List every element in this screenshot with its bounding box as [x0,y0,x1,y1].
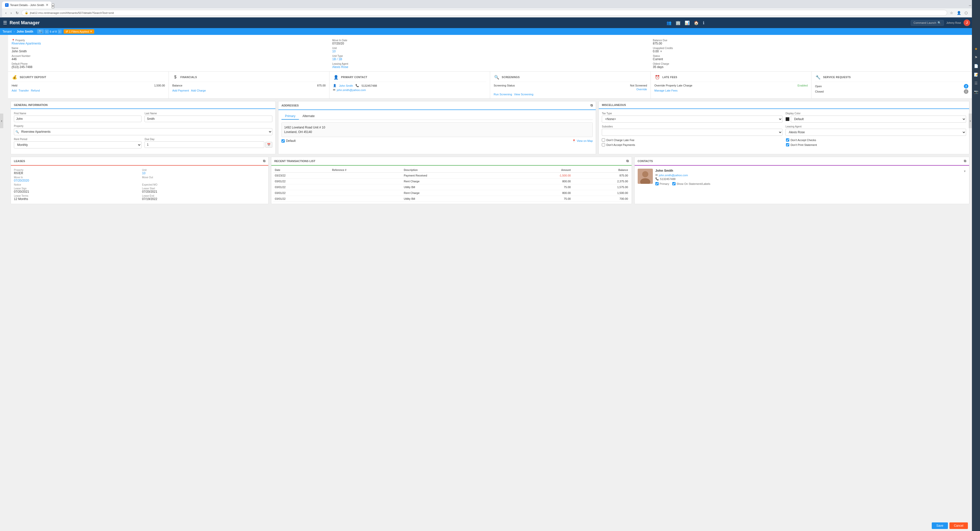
contact-full-name: John Smith [655,169,673,172]
add-payment-link[interactable]: Add Payment [172,89,189,92]
manage-late-fees-link[interactable]: Manage Late Fees [654,89,678,92]
user-profile-icon[interactable]: 👤 [956,10,963,16]
unit-value[interactable]: 10 [332,49,648,53]
first-name-input[interactable] [14,116,142,122]
leases-copy-icon[interactable]: ⧉ [263,159,265,163]
flag-panel-button[interactable]: ⚑ [973,54,979,61]
screening-status-label: Screening Status [494,84,515,87]
dont-accept-payments-checkbox[interactable] [602,143,605,147]
property-value[interactable]: Riverview Apartments [12,42,327,45]
property-select[interactable]: Riverview Apartments [14,128,272,135]
command-launch[interactable]: Command Launch 🔍 [911,20,944,26]
refund-link[interactable]: Refund [31,89,40,92]
dont-charge-late-fee-label[interactable]: Don't Charge Late Fee [602,138,782,142]
dont-charge-late-fee-checkbox[interactable] [602,138,605,142]
due-day-input[interactable] [145,141,264,148]
browser-tab[interactable]: R Tenant Details - John Smith ✕ [2,2,51,8]
view-map-label: View on Map [577,139,593,142]
trans-ref [331,196,402,202]
minimize-button[interactable]: ─ [969,3,971,7]
tab-close-button[interactable]: ✕ [46,3,49,7]
dont-print-statement-checkbox[interactable] [786,143,789,147]
tax-type-select[interactable]: <None> [602,116,783,123]
primary-label: Primary [660,182,669,185]
show-statement-tag[interactable]: Show On Statement/Labels [672,182,710,185]
breadcrumb-current-name: John Smith [17,30,33,33]
nav-prev-button[interactable]: ‹ [45,30,49,33]
trans-date: 03/23/22 [274,173,331,179]
back-button[interactable]: ‹ [4,10,8,16]
default-checkbox-label[interactable]: Default [282,139,296,143]
scroll-right-button[interactable]: › [969,113,972,128]
scroll-left-button[interactable]: ‹ [0,113,3,128]
user-avatar[interactable]: J [964,19,970,26]
trans-amount: 800.00 [511,179,572,184]
contact-email-value[interactable]: john.smith@yahoo.com [659,174,688,177]
alternate-address-tab[interactable]: Alternate [299,113,318,120]
nav-next-button[interactable]: › [58,30,62,33]
dont-print-statement-label[interactable]: Don't Print Statement [786,143,966,147]
forward-button[interactable]: › [10,10,13,16]
run-screening-link[interactable]: Run Screening [494,93,512,96]
general-info-body: First Name Last Name Property [11,109,275,154]
note-panel-button[interactable]: 📝 [973,71,980,78]
unit-type-value[interactable]: 1B / 1B [332,57,648,61]
primary-address-tab[interactable]: Primary [282,113,299,120]
people-icon[interactable]: 👥 [667,21,671,25]
new-tab-button[interactable]: + [51,3,54,8]
rent-period-select[interactable]: Monthly Weekly Bi-Weekly [14,141,142,148]
balance-due-value: 875.00 [653,42,968,45]
subsidies-select[interactable] [602,129,783,136]
transactions-copy-icon[interactable]: ⧉ [626,159,628,163]
dont-accept-checks-label[interactable]: Don't Accept Checks [786,138,966,142]
chart-icon[interactable]: 📊 [685,21,690,25]
filter-close-icon[interactable]: ✕ [90,30,92,33]
star-panel-button[interactable]: ★ [973,46,979,52]
bookmark-icon[interactable]: ☆ [949,10,955,16]
default-checkbox[interactable] [282,139,285,143]
content-area: GENERAL INFORMATION First Name Last Name [8,99,972,207]
refresh-button[interactable]: ↻ [14,10,20,16]
override-link[interactable]: Override [636,88,647,91]
extensions-icon[interactable]: ⬡ [963,10,969,16]
addresses-copy-icon[interactable]: ⧉ [590,104,593,107]
contact-name[interactable]: John Smith [339,84,353,87]
view-map-button[interactable]: 📍 View on Map [572,139,593,143]
due-day-calendar-button[interactable]: 📅 [265,142,272,148]
dont-accept-checks-text: Don't Accept Checks [791,139,816,142]
list-panel-button[interactable]: ☰ [973,80,979,86]
address-bar[interactable]: 🔒 jhat12.rmx.rentmanager.com/#/tenants/5… [21,10,947,16]
trans-ref [331,179,402,184]
filter-badge[interactable]: ⇄ 1 Filters Applied ✕ [64,29,94,33]
building-icon[interactable]: 🏢 [676,21,681,25]
show-statement-checkbox[interactable] [672,182,676,185]
leasing-agent-value[interactable]: Alexis Rose [332,65,648,69]
contact-email[interactable]: john.smith@yahoo.com [337,88,366,91]
transfer-link[interactable]: Transfer [19,89,29,92]
trans-ref [331,190,402,196]
primary-tag[interactable]: Primary [655,182,669,185]
unapplied-credits-expand[interactable]: ▼ [660,50,662,53]
doc-panel-button[interactable]: 📄 [973,63,980,69]
misc-leasing-agent-select[interactable]: Alexis Rose [786,129,966,136]
dont-accept-checks-checkbox[interactable] [786,138,789,142]
add-deposit-link[interactable]: Add [12,89,17,92]
dont-accept-payments-label[interactable]: Don't Accept Payments [602,143,782,147]
breadcrumb-tenant[interactable]: Tenant [3,30,12,33]
contact-phone-value: 5132457488 [660,177,676,180]
contact-expand-button[interactable]: ▼ [963,170,966,173]
display-color-select[interactable]: Default [791,116,966,123]
contacts-copy-icon[interactable]: ⧉ [964,159,966,163]
camera-panel-button[interactable]: 📷 [973,88,980,95]
info-icon[interactable]: ℹ [703,21,704,25]
nav-search-button[interactable]: 🔍 [37,29,44,33]
view-screening-link[interactable]: View Screening [514,93,533,96]
leases-grid: Property RIVER Unit 10 Move In 07/20/202… [14,169,265,201]
hamburger-menu[interactable]: ☰ [3,20,7,26]
add-charge-link[interactable]: Add Charge [191,89,206,92]
lease-sign-label: Lease Sign [14,187,137,190]
home-icon[interactable]: 🏠 [694,21,699,25]
last-name-input[interactable] [145,116,272,122]
primary-checkbox[interactable] [655,182,659,185]
trans-amount: 800.00 [511,190,572,196]
